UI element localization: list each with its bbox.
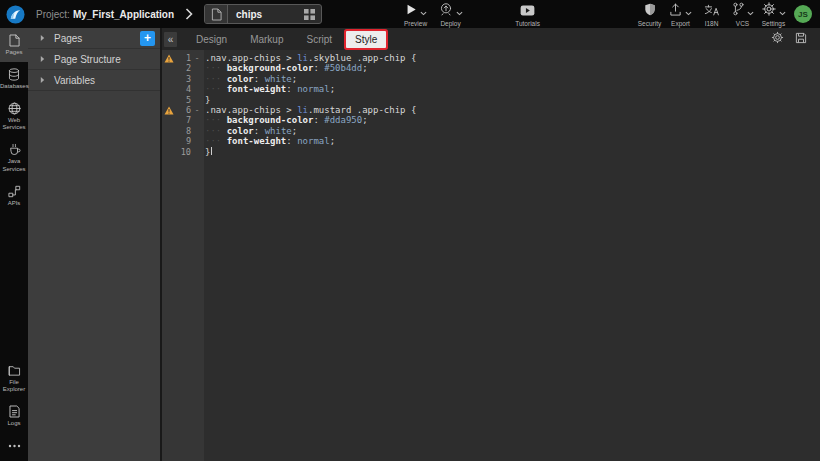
tab-markup[interactable]: Markup	[241, 31, 292, 48]
play-icon	[405, 2, 417, 20]
panel-section-page-structure[interactable]: Page Structure	[28, 49, 160, 70]
panel-section-label: Page Structure	[54, 54, 155, 65]
tab-style[interactable]: Style	[346, 31, 386, 48]
code-token: :	[286, 84, 297, 94]
sidebar-item-apis[interactable]: APIs	[0, 179, 28, 213]
sidebar-top-group: PagesDatabasesWeb ServicesJava ServicesA…	[0, 28, 28, 213]
code-line[interactable]: 4··· font-weight: normal;	[162, 84, 820, 94]
code-line-text: }	[203, 95, 210, 105]
code-token: normal	[297, 84, 330, 94]
i18n-icon	[704, 2, 720, 20]
topbar-right-actions: SecurityExportI18NVCSSettings	[636, 2, 787, 27]
grid-icon[interactable]	[304, 9, 315, 20]
topbar-action-security[interactable]: Security	[636, 2, 663, 27]
topbar-action-tutorials[interactable]: Tutorials	[514, 2, 541, 27]
code-line[interactable]: 8··· color: white;	[162, 126, 820, 136]
code-token: li	[297, 53, 308, 63]
sidebar-item-label: Databases	[0, 83, 28, 91]
sidebar-item-pages[interactable]: Pages	[0, 28, 28, 62]
code-line-text: ··· font-weight: normal;	[203, 84, 335, 94]
topbar-action-deploy[interactable]: Deploy	[437, 2, 464, 27]
save-button[interactable]	[795, 30, 807, 48]
gear-icon	[771, 30, 784, 48]
sidebar: PagesDatabasesWeb ServicesJava ServicesA…	[0, 28, 28, 461]
editor-region: « DesignMarkupScriptStyle	[160, 28, 820, 461]
i18n-icon-row	[704, 5, 720, 18]
code-line[interactable]: 5}	[162, 95, 820, 105]
line-number: 1	[176, 53, 191, 63]
file-explorer-icon	[8, 364, 21, 377]
panel-section-variables[interactable]: Variables	[28, 70, 160, 91]
tutorials-icon-row	[520, 5, 535, 18]
deploy-icon-row	[439, 5, 463, 18]
fold-marker	[191, 136, 203, 146]
sidebar-item-web-services[interactable]: Web Services	[0, 96, 28, 138]
sidebar-item-java-services[interactable]: Java Services	[0, 137, 28, 179]
wavemaker-logo-icon[interactable]	[6, 5, 25, 24]
chevron-down-icon	[456, 2, 463, 20]
code-line[interactable]: 2··· background-color: #50b4dd;	[162, 63, 820, 73]
breadcrumb-chevron-icon	[185, 8, 193, 20]
fold-marker[interactable]: -	[191, 105, 203, 115]
tab-script[interactable]: Script	[298, 31, 342, 48]
code-token: white	[265, 126, 292, 136]
sidebar-item-logs[interactable]: Logs	[0, 399, 28, 433]
code-token: .nav.app-chips >	[205, 53, 297, 63]
topbar-action-vcs[interactable]: VCS	[729, 2, 756, 27]
topbar: Project:My_First_Application chips Previ…	[0, 0, 820, 28]
code-line[interactable]: 6-.nav.app-chips > li.mustard .app-chip …	[162, 105, 820, 115]
code-token: ;	[362, 63, 367, 73]
sidebar-item-databases[interactable]: Databases	[0, 62, 28, 96]
code-token: li	[297, 105, 308, 115]
sidebar-item-file-explorer[interactable]: File Explorer	[0, 358, 28, 400]
code-line[interactable]: 3··· color: white;	[162, 74, 820, 84]
code-token: ;	[292, 126, 297, 136]
code-token: }	[205, 95, 210, 105]
editor-tabs: DesignMarkupScriptStyle	[187, 31, 391, 48]
code-editor[interactable]: 1-.nav.app-chips > li.skyblue .app-chip …	[162, 50, 820, 461]
chevron-down-icon	[420, 2, 427, 20]
add-page-button[interactable]: +	[140, 31, 155, 46]
line-number: 5	[176, 95, 191, 105]
code-token: ;	[330, 136, 335, 146]
sidebar-item-more[interactable]	[0, 433, 28, 457]
project-breadcrumb: Project:My_First_Application	[36, 9, 174, 20]
sidebar-bottom-group: File ExplorerLogs	[0, 358, 28, 461]
gutter-warning-cell	[162, 136, 176, 146]
code-line[interactable]: 9··· font-weight: normal;	[162, 136, 820, 146]
code-token: #50b4dd	[324, 63, 362, 73]
line-number: 3	[176, 74, 191, 84]
code-token: background-color	[227, 115, 314, 125]
topbar-action-label: Deploy	[440, 20, 460, 27]
code-lines: 1-.nav.app-chips > li.skyblue .app-chip …	[162, 50, 820, 157]
file-tab-chips[interactable]: chips	[204, 4, 322, 24]
code-line-text: ··· color: white;	[203, 74, 297, 84]
collapse-panel-button[interactable]: «	[164, 32, 177, 47]
fold-marker	[191, 84, 203, 94]
tab-design[interactable]: Design	[187, 31, 236, 48]
topbar-action-export[interactable]: Export	[667, 2, 694, 27]
topbar-action-preview[interactable]: Preview	[402, 2, 429, 27]
code-token: #dda950	[324, 115, 362, 125]
code-line[interactable]: 10}	[162, 147, 820, 157]
file-tab-label: chips	[228, 9, 304, 20]
code-token: :	[313, 115, 324, 125]
panel-section-pages[interactable]: Pages+	[28, 28, 160, 49]
topbar-action-label: Tutorials	[515, 20, 540, 27]
code-token: ···	[205, 115, 227, 125]
code-token: font-weight	[227, 84, 287, 94]
code-token: ···	[205, 126, 227, 136]
code-line[interactable]: 1-.nav.app-chips > li.skyblue .app-chip …	[162, 53, 820, 63]
security-icon	[644, 2, 656, 20]
code-line[interactable]: 7··· background-color: #dda950;	[162, 115, 820, 125]
code-token: ···	[205, 63, 227, 73]
user-avatar[interactable]: JS	[794, 5, 812, 23]
editor-settings-button[interactable]	[771, 30, 784, 48]
topbar-action-i18n[interactable]: I18N	[698, 2, 725, 27]
topbar-action-settings[interactable]: Settings	[760, 2, 787, 27]
gutter-warning-cell	[162, 63, 176, 73]
project-name: My_First_Application	[73, 9, 174, 20]
fold-marker	[191, 147, 203, 157]
text-cursor	[211, 147, 212, 155]
fold-marker[interactable]: -	[191, 53, 203, 63]
